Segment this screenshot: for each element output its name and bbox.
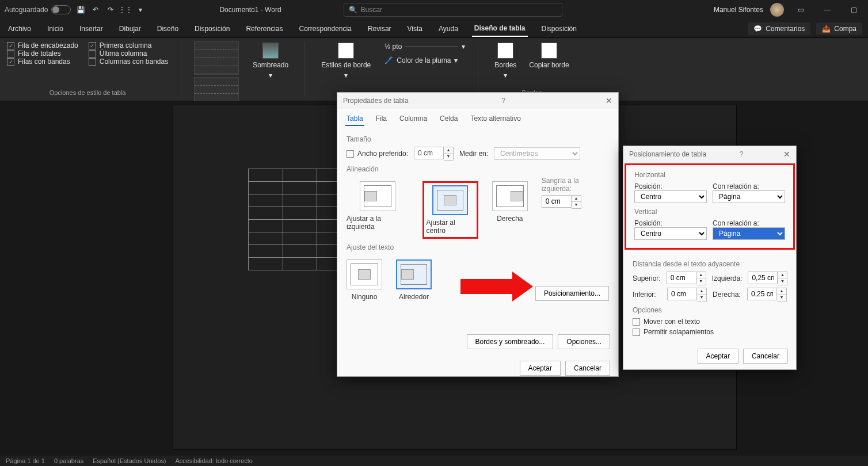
- dialog2-titlebar: Posicionamiento de tabla ? ✕: [623, 146, 796, 162]
- qat-dropdown-icon[interactable]: ▾: [135, 5, 146, 15]
- h-position-select[interactable]: Centro: [634, 190, 707, 203]
- v-position-select[interactable]: Centro: [634, 227, 707, 240]
- tab-dibujar[interactable]: Dibujar: [117, 21, 143, 36]
- borders-button[interactable]: Bordes▾: [491, 41, 520, 81]
- tab-disposicion-tabla[interactable]: Disposición: [539, 21, 579, 36]
- wrap-around-option[interactable]: Alrededor: [396, 259, 432, 301]
- borders-shading-button[interactable]: Bordes y sombreado...: [467, 334, 554, 349]
- align-center-option[interactable]: Ajustar al centro: [422, 181, 478, 239]
- dialog1-close-icon[interactable]: ✕: [606, 96, 612, 105]
- tab-revisar[interactable]: Revisar: [366, 21, 394, 36]
- minimize-button[interactable]: —: [817, 4, 837, 16]
- ribbon-tabs: Archivo Inicio Insertar Dibujar Diseño D…: [0, 20, 868, 38]
- dialog1-ok-button[interactable]: Aceptar: [520, 361, 561, 376]
- dialog2-ok-button[interactable]: Aceptar: [698, 349, 738, 364]
- border-styles-icon: [338, 43, 354, 59]
- status-page[interactable]: Página 1 de 1: [6, 457, 45, 464]
- move-with-text-check[interactable]: Mover con el texto: [633, 318, 787, 326]
- dist-left-spinner[interactable]: ▲▼: [748, 272, 787, 285]
- title-bar: Autoguardado 💾 ↶ ↷ ⋮⋮ ▾ Documento1 - Wor…: [0, 0, 868, 20]
- comments-button[interactable]: 💬Comentarios: [748, 22, 810, 35]
- shading-button[interactable]: Sombreado ▾: [249, 41, 292, 97]
- copy-border-icon: [541, 43, 557, 59]
- h-relative-select[interactable]: Página: [713, 190, 785, 203]
- chevron-down-icon: ▾: [504, 71, 507, 79]
- pen-color-button[interactable]: 🖊️Color de la pluma▾: [384, 56, 465, 64]
- check-banded-cols[interactable]: Columnas con bandas: [89, 58, 168, 66]
- options-button[interactable]: Opciones...: [558, 334, 610, 349]
- dialog1-titlebar: Propiedades de tabla ? ✕: [337, 93, 618, 109]
- chevron-down-icon: ▾: [454, 56, 458, 64]
- dialog2-help-icon[interactable]: ?: [740, 150, 744, 158]
- share-button[interactable]: 📤Compa: [816, 22, 862, 35]
- tab-vista[interactable]: Vista: [405, 21, 425, 36]
- dtab-tabla[interactable]: Tabla: [345, 112, 364, 126]
- dist-right-spinner[interactable]: ▲▼: [747, 288, 787, 301]
- tab-ayuda[interactable]: Ayuda: [436, 21, 460, 36]
- check-first-col[interactable]: Primera columna: [89, 41, 168, 49]
- wrap-none-option[interactable]: Ninguno: [347, 259, 382, 301]
- tab-diseno[interactable]: Diseño: [155, 21, 181, 36]
- distance-label: Distancia desde el texto adyacente: [633, 260, 787, 268]
- tab-referencias[interactable]: Referencias: [243, 21, 285, 36]
- avatar[interactable]: [770, 3, 784, 17]
- document-table[interactable]: [248, 169, 352, 270]
- shading-icon: [262, 43, 279, 59]
- dialog2-cancel-button[interactable]: Cancelar: [743, 349, 788, 364]
- horizontal-label: Horizontal: [634, 171, 785, 179]
- measure-unit-select[interactable]: Centímetros: [494, 147, 580, 160]
- touch-mode-icon[interactable]: ⋮⋮: [120, 5, 131, 15]
- save-icon[interactable]: 💾: [75, 5, 86, 15]
- indent-spinner[interactable]: ▲▼: [542, 195, 609, 209]
- indent-input[interactable]: [542, 195, 572, 208]
- status-a11y[interactable]: Accesibilidad: todo correcto: [175, 457, 253, 464]
- tab-inicio[interactable]: Inicio: [45, 21, 66, 36]
- check-total-row[interactable]: Fila de totales: [7, 49, 78, 58]
- preferred-width-spinner[interactable]: ▲▼: [414, 147, 454, 161]
- v-relative-select[interactable]: Página: [713, 227, 785, 240]
- redo-icon[interactable]: ↷: [105, 5, 116, 15]
- align-left-option[interactable]: Ajustar a la izquierda: [347, 181, 409, 239]
- size-label: Tamaño: [347, 135, 609, 143]
- dtab-celda[interactable]: Celda: [439, 112, 459, 126]
- dialog2-close-icon[interactable]: ✕: [783, 150, 790, 159]
- search-box[interactable]: 🔍 Buscar: [344, 3, 562, 17]
- dist-top-spinner[interactable]: ▲▼: [667, 272, 706, 285]
- group-label-style-options: Opciones de estilo de tabla: [50, 89, 126, 97]
- dialog1-help-icon[interactable]: ?: [501, 97, 505, 105]
- dtab-texto-alternativo[interactable]: Texto alternativo: [469, 112, 521, 126]
- tab-diseno-de-tabla[interactable]: Diseño de tabla: [472, 21, 528, 37]
- autosave-toggle[interactable]: [51, 5, 71, 14]
- border-styles-button[interactable]: Estilos de borde ▾: [318, 41, 374, 97]
- options-label: Opciones: [633, 306, 787, 314]
- dialog-table-positioning: Posicionamiento de tabla ? ✕ Horizontal …: [623, 146, 797, 370]
- preferred-width-check[interactable]: Ancho preferido:: [347, 150, 408, 158]
- allow-overlap-check[interactable]: Permitir solapamientos: [633, 328, 787, 336]
- tab-archivo[interactable]: Archivo: [6, 21, 33, 36]
- autosave-toggle-group: Autoguardado: [5, 5, 71, 14]
- dist-bottom-spinner[interactable]: ▲▼: [667, 288, 707, 301]
- dtab-fila[interactable]: Fila: [375, 112, 388, 126]
- positioning-button[interactable]: Posicionamiento...: [535, 286, 609, 301]
- pen-weight-select[interactable]: ½ pto▾: [384, 43, 465, 51]
- table-style[interactable]: [194, 41, 239, 75]
- maximize-button[interactable]: ▢: [844, 4, 863, 16]
- check-banded-rows[interactable]: Filas con bandas: [7, 58, 78, 66]
- check-header-row[interactable]: Fila de encabezado: [7, 41, 78, 49]
- user-name: Manuel Sifontes: [714, 6, 763, 14]
- dialog1-cancel-button[interactable]: Cancelar: [565, 361, 610, 376]
- dtab-columna[interactable]: Columna: [398, 112, 428, 126]
- preferred-width-input[interactable]: [414, 147, 444, 159]
- ribbon-display-icon[interactable]: ▭: [791, 4, 810, 16]
- status-lang[interactable]: Español (Estados Unidos): [93, 457, 166, 464]
- align-right-option[interactable]: Derecha: [492, 181, 528, 239]
- status-bar: Página 1 de 1 0 palabras Español (Estado…: [0, 456, 868, 466]
- check-last-col[interactable]: Última columna: [89, 49, 168, 58]
- copy-border-button[interactable]: Copiar borde: [526, 41, 572, 81]
- status-words[interactable]: 0 palabras: [54, 457, 83, 464]
- tab-disposicion[interactable]: Disposición: [192, 21, 232, 36]
- tab-insertar[interactable]: Insertar: [77, 21, 105, 36]
- dialog1-title: Propiedades de tabla: [343, 97, 408, 105]
- undo-icon[interactable]: ↶: [90, 5, 101, 15]
- tab-correspondencia[interactable]: Correspondencia: [296, 21, 353, 36]
